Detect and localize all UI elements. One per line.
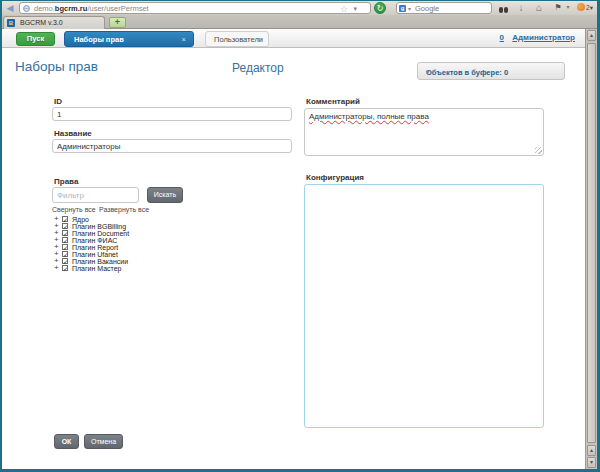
- expand-node-icon[interactable]: +: [54, 265, 62, 271]
- tree-node-label: Ядро: [72, 216, 89, 223]
- id-field[interactable]: [52, 107, 292, 121]
- bgcrm-favicon: B: [7, 19, 15, 27]
- close-tab-icon[interactable]: ×: [258, 32, 262, 47]
- downloads-icon[interactable]: ↓: [515, 1, 527, 15]
- url-bar[interactable]: demo.bgcrm.ru/user/userPermset ☆ ▾: [19, 2, 371, 14]
- rights-tree: +✓Ядро +✓Плагин BGBilling +✓Плагин Docum…: [54, 216, 129, 272]
- tree-node[interactable]: +✓Ядро: [54, 216, 129, 223]
- flag-icon[interactable]: ⚑: [553, 1, 563, 15]
- tree-node[interactable]: +✓Плагин Ufanet: [54, 251, 129, 258]
- bookmark-star-icon[interactable]: ☆: [340, 3, 348, 15]
- check-icon: ✓: [63, 230, 68, 237]
- flag-dropdown-icon[interactable]: ▾: [564, 1, 572, 15]
- site-globe-icon: [23, 5, 30, 12]
- check-icon: ✓: [63, 265, 68, 272]
- find-binoculars-icon[interactable]: [497, 1, 509, 15]
- collapse-all-link[interactable]: Свернуть все: [52, 206, 96, 213]
- close-tab-icon[interactable]: ×: [182, 32, 186, 47]
- tree-node[interactable]: +✓Плагин Report: [54, 244, 129, 251]
- scroll-up-button-bottom[interactable]: ▴: [587, 445, 596, 456]
- browser-chrome: ◀ demo.bgcrm.ru/user/userPermset ☆ ▾ ↻ g…: [2, 1, 597, 29]
- check-icon: ✓: [63, 237, 68, 244]
- home-icon[interactable]: ⌂: [533, 1, 545, 15]
- expand-all-link[interactable]: Развернуть все: [99, 206, 149, 213]
- tree-node-label: Плагин Вакансии: [72, 258, 128, 265]
- check-icon: ✓: [63, 223, 68, 230]
- tree-node[interactable]: +✓Плагин Document: [54, 230, 129, 237]
- search-engine-icon[interactable]: g: [399, 5, 406, 12]
- firebug-icon[interactable]: 2▾: [574, 1, 596, 15]
- tree-node-label: Плагин ФИАС: [72, 237, 117, 244]
- filter-input[interactable]: [52, 187, 139, 203]
- tab-users-label: Пользователи: [214, 35, 263, 44]
- chevron-down-icon: ▾: [426, 68, 558, 76]
- browser-tab-strip: B BGCRM v.3.0 +: [2, 15, 597, 29]
- node-checkbox[interactable]: ✓: [62, 244, 68, 250]
- back-button[interactable]: ◀: [4, 2, 16, 14]
- browser-tab-title: BGCRM v.3.0: [20, 19, 63, 26]
- url-text: demo.bgcrm.ru/user/userPermset: [34, 4, 149, 13]
- resize-grip-icon[interactable]: [535, 147, 542, 154]
- ok-button[interactable]: ОК: [54, 434, 79, 449]
- reload-button[interactable]: ↻: [374, 2, 386, 14]
- node-checkbox[interactable]: ✓: [62, 237, 68, 243]
- tab-users[interactable]: Пользователи ×: [205, 31, 269, 47]
- rights-label: Права: [54, 177, 78, 186]
- url-dropdown-icon[interactable]: ▾: [353, 3, 357, 15]
- tab-permission-sets-label: Наборы прав: [74, 35, 124, 44]
- tree-node[interactable]: +✓Плагин BGBilling: [54, 223, 129, 230]
- scroll-down-button[interactable]: ▾: [587, 457, 596, 468]
- comment-field[interactable]: Администраторы, полные права: [304, 108, 544, 156]
- browser-window: ◀ demo.bgcrm.ru/user/userPermset ☆ ▾ ↻ g…: [0, 0, 600, 472]
- config-field[interactable]: [304, 184, 544, 428]
- tree-node-label: Плагин Мастер: [72, 265, 122, 272]
- check-icon: ✓: [63, 251, 68, 258]
- search-button[interactable]: Искать: [147, 187, 183, 203]
- navigation-toolbar: ◀ demo.bgcrm.ru/user/userPermset ☆ ▾ ↻ g…: [2, 1, 597, 15]
- tab-permission-sets[interactable]: Наборы прав ×: [64, 31, 194, 47]
- search-input[interactable]: [415, 3, 485, 13]
- cancel-button[interactable]: Отмена: [84, 434, 123, 449]
- tree-node-label: Плагин Report: [72, 244, 118, 251]
- search-engine-dropdown-icon[interactable]: ▾: [408, 3, 411, 15]
- buffer-dropdown[interactable]: Объектов в буфере: 0 ▾: [417, 62, 565, 80]
- node-checkbox[interactable]: ✓: [62, 251, 68, 257]
- editor-title: Редактор: [232, 61, 284, 75]
- config-label: Конфигурация: [306, 173, 364, 182]
- page-title: Наборы прав: [15, 59, 98, 74]
- scroll-up-button[interactable]: ▴: [587, 30, 596, 41]
- app-tab-bar: Пуск Наборы прав × Пользователи × 0 Адми…: [2, 29, 585, 48]
- check-icon: ✓: [63, 244, 68, 251]
- tree-node[interactable]: +✓Плагин Мастер: [54, 265, 129, 272]
- node-checkbox[interactable]: ✓: [62, 223, 68, 229]
- new-tab-button[interactable]: +: [109, 17, 126, 28]
- page-scrollbar[interactable]: ▴ ▴ ▾: [585, 29, 597, 469]
- user-links: 0 Администратор: [494, 33, 575, 42]
- scrollbar-thumb[interactable]: [587, 43, 596, 443]
- node-checkbox[interactable]: ✓: [62, 258, 68, 264]
- name-field[interactable]: [52, 139, 292, 153]
- node-checkbox[interactable]: ✓: [62, 265, 68, 271]
- check-icon: ✓: [63, 258, 68, 265]
- comment-label: Комментарий: [306, 97, 360, 106]
- name-label: Название: [54, 129, 92, 138]
- id-label: ID: [54, 97, 62, 106]
- browser-tab-bgcrm[interactable]: B BGCRM v.3.0: [3, 16, 105, 29]
- tree-node[interactable]: +✓Плагин ФИАС: [54, 237, 129, 244]
- comment-text: Администраторы, полные права: [309, 112, 429, 121]
- tree-node-label: Плагин Ufanet: [72, 251, 118, 258]
- notification-count-link[interactable]: 0: [500, 33, 504, 42]
- check-icon: ✓: [63, 216, 68, 223]
- search-box[interactable]: g ▾: [396, 2, 492, 14]
- tree-node[interactable]: +✓Плагин Вакансии: [54, 258, 129, 265]
- node-checkbox[interactable]: ✓: [62, 230, 68, 236]
- tree-node-label: Плагин Document: [72, 230, 129, 237]
- current-user-link[interactable]: Администратор: [512, 33, 575, 42]
- tree-node-label: Плагин BGBilling: [72, 223, 126, 230]
- node-checkbox[interactable]: ✓: [62, 216, 68, 222]
- start-button[interactable]: Пуск: [16, 32, 55, 46]
